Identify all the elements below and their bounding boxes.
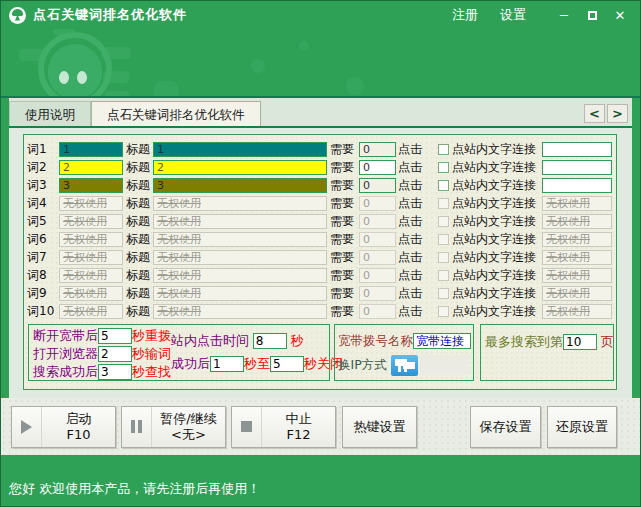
restore-settings-button[interactable]: 还原设置 [547,406,617,448]
keyword-input[interactable] [59,250,123,265]
tab-usage[interactable]: 使用说明 [9,101,91,126]
click-count-input[interactable] [359,142,396,157]
timing-suffix: 秒重拨 [132,327,171,345]
decor-dot [251,59,265,73]
click-count-input[interactable] [359,286,396,301]
chevron-right-icon[interactable]: > [607,104,628,123]
close-time-to-input[interactable] [270,356,304,372]
ip-method-field[interactable] [420,355,470,375]
title-input[interactable] [153,196,327,211]
banner [1,29,640,98]
link-checkbox[interactable] [438,216,449,227]
link-label: 点站内文字连接 [452,231,542,248]
link-input[interactable] [542,160,612,175]
link-input[interactable] [542,304,612,319]
need-label: 需要 [330,213,359,230]
button-bar: 启动F10 暂停/继续<无> 中止F12 热键设置 保存设置 还原设置 [1,398,640,455]
link-checkbox[interactable] [438,144,449,155]
dialup-icon[interactable] [391,355,418,376]
keyword-input[interactable] [59,214,123,229]
link-input[interactable] [542,268,612,283]
title-input[interactable] [153,268,327,283]
stop-button[interactable]: 中止F12 [231,406,336,448]
link-input[interactable] [542,232,612,247]
keyword-input[interactable] [59,142,123,157]
link-checkbox[interactable] [438,270,449,281]
pause-button[interactable]: 暂停/继续<无> [121,406,226,448]
close-icon[interactable]: ✕ [608,8,632,23]
link-input[interactable] [542,196,612,211]
title-input[interactable] [153,160,327,175]
timing-input[interactable] [98,364,132,380]
click-count-input[interactable] [359,178,396,193]
keyword-input[interactable] [59,304,123,319]
close-time-mid: 秒至 [244,355,270,373]
title-input[interactable] [153,250,327,265]
register-button[interactable]: 注册 [452,6,478,24]
keyword-row: 词10 标题 需要 点击 点站内文字连接 [24,302,616,320]
title-label: 标题 [126,285,153,302]
keyword-input[interactable] [59,268,123,283]
keyword-input[interactable] [59,178,123,193]
click-count-input[interactable] [359,160,396,175]
title-input[interactable] [153,214,327,229]
link-input[interactable] [542,178,612,193]
keyword-input[interactable] [59,160,123,175]
minimize-icon[interactable]: ─ [552,8,576,23]
link-checkbox[interactable] [438,234,449,245]
title-input[interactable] [153,286,327,301]
link-label: 点站内文字连接 [452,303,542,320]
link-input[interactable] [542,142,612,157]
click-count-input[interactable] [359,196,396,211]
click-count-input[interactable] [359,250,396,265]
tab-main[interactable]: 点石关键词排名优化软件 [91,101,261,126]
need-label: 需要 [330,231,359,248]
keyword-input[interactable] [59,232,123,247]
title-input[interactable] [153,142,327,157]
keyword-input[interactable] [59,286,123,301]
click-count-input[interactable] [359,304,396,319]
click-label: 点击 [398,231,425,248]
start-label: 启动 [66,411,92,427]
title-input[interactable] [153,178,327,193]
link-checkbox[interactable] [438,198,449,209]
decor-dot [153,81,179,98]
keyword-row-label: 词2 [27,159,59,176]
need-label: 需要 [330,141,359,158]
maximize-icon[interactable] [580,8,604,23]
broadband-name-input[interactable] [413,333,471,349]
title-label: 标题 [126,177,153,194]
chevron-left-icon[interactable]: < [584,104,605,123]
keyword-row-label: 词4 [27,195,59,212]
link-input[interactable] [542,286,612,301]
click-count-input[interactable] [359,268,396,283]
link-checkbox[interactable] [438,306,449,317]
pause-hotkey: <无> [171,427,206,443]
max-page-label: 最多搜索到第 [485,333,563,351]
link-input[interactable] [542,250,612,265]
close-time-from-input[interactable] [210,356,244,372]
link-checkbox[interactable] [438,288,449,299]
click-count-input[interactable] [359,214,396,229]
link-checkbox[interactable] [438,162,449,173]
keyword-input[interactable] [59,196,123,211]
maximize-box [588,11,597,20]
title-input[interactable] [153,232,327,247]
max-page-input[interactable] [563,334,597,350]
timing-input[interactable] [98,346,132,362]
link-checkbox[interactable] [438,252,449,263]
click-time-input[interactable] [253,333,287,349]
link-label: 点站内文字连接 [452,177,542,194]
timing-label: 打开浏览器 [33,345,98,363]
link-input[interactable] [542,214,612,229]
title-input[interactable] [153,304,327,319]
link-checkbox[interactable] [438,180,449,191]
hotkey-settings-button[interactable]: 热键设置 [342,406,417,448]
decor-bubble [103,71,129,83]
timing-input[interactable] [98,328,132,344]
keyword-row: 词4 标题 需要 点击 点站内文字连接 [24,194,616,212]
settings-button[interactable]: 设置 [500,6,526,24]
start-button[interactable]: 启动F10 [11,406,116,448]
click-count-input[interactable] [359,232,396,247]
save-settings-button[interactable]: 保存设置 [470,406,541,448]
